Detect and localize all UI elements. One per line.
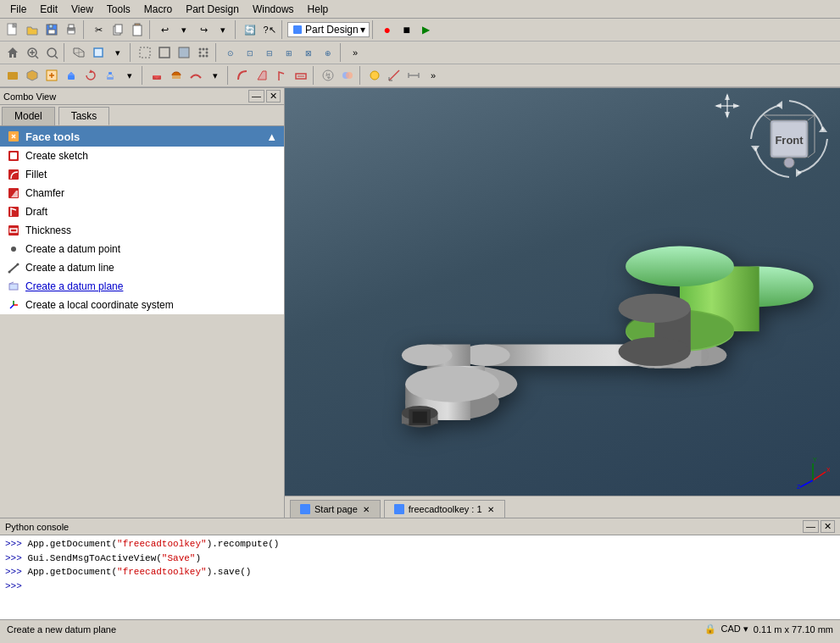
svg-point-113 <box>619 337 691 366</box>
tb-cut[interactable]: ✂ <box>89 20 108 39</box>
tb-box-select[interactable] <box>136 43 154 62</box>
menu-macro[interactable]: Macro <box>137 2 179 17</box>
workbench-selector[interactable]: Part Design ▾ <box>287 22 370 37</box>
tool-local-coord[interactable]: Create a local coordinate system <box>0 296 284 314</box>
close-freecad-toolkey[interactable]: ✕ <box>486 504 496 514</box>
tb-more2[interactable]: » <box>424 66 442 85</box>
tb-stdviews5[interactable]: ⊠ <box>299 43 318 62</box>
menu-tools[interactable]: Tools <box>100 2 137 17</box>
tb-save-rev[interactable] <box>42 20 61 39</box>
combo-view-header: Combo View — ✕ <box>0 88 284 105</box>
console-minimize[interactable]: — <box>803 520 819 533</box>
tab-start-page[interactable]: Start page ✕ <box>290 500 381 518</box>
menu-edit[interactable]: Edit <box>33 2 64 17</box>
tool-thickness[interactable]: Thickness <box>0 221 284 240</box>
menu-help[interactable]: Help <box>301 2 336 17</box>
tb-view-wire[interactable] <box>155 43 174 62</box>
tb-sketch[interactable] <box>42 66 61 85</box>
tb-body[interactable] <box>3 66 22 85</box>
console-close[interactable]: ✕ <box>821 520 835 533</box>
tb-appearance[interactable] <box>365 66 384 85</box>
close-start-page[interactable]: ✕ <box>361 504 371 514</box>
tb-redo-drop[interactable]: ▾ <box>214 20 232 39</box>
tool-draft[interactable]: Draft <box>0 202 284 221</box>
tb-help-cursor[interactable]: ?↖ <box>260 20 279 39</box>
viewport[interactable]: Front X Y <box>285 88 840 518</box>
tb-refresh[interactable]: 🔄 <box>241 20 259 39</box>
tb-draft-tool[interactable] <box>272 66 291 85</box>
tab-freecad-toolkey[interactable]: freecadtoolkey : 1 ✕ <box>384 500 505 518</box>
tb-zoom-fit[interactable] <box>23 43 42 62</box>
console-line-1: >>> App.getDocument("freecadtoolkey").re… <box>5 537 835 552</box>
tb-revolve[interactable] <box>81 66 100 85</box>
tb-axometric[interactable] <box>70 43 88 62</box>
tb-view-drop2[interactable]: ▾ <box>108 43 127 62</box>
svg-text:X: X <box>826 467 830 473</box>
tb-view-drop[interactable] <box>42 43 61 62</box>
tab-tasks[interactable]: Tasks <box>58 107 110 125</box>
tool-create-sketch[interactable]: Create sketch <box>0 147 284 165</box>
tool-chamfer[interactable]: Chamfer <box>0 184 284 202</box>
tb-macro-stop[interactable]: ■ <box>398 20 416 39</box>
tool-datum-point[interactable]: Create a datum point <box>0 240 284 258</box>
tb-paste[interactable] <box>128 20 147 39</box>
tb-loft[interactable] <box>101 66 120 85</box>
tb-view-front[interactable] <box>89 43 108 62</box>
tb-part[interactable] <box>23 66 42 85</box>
tb-undo-drop[interactable]: ▾ <box>175 20 193 39</box>
menu-file[interactable]: File <box>3 2 33 17</box>
face-tools-collapse[interactable]: ▲ <box>266 130 277 143</box>
tb-macro-run[interactable]: ▶ <box>417 20 436 39</box>
tb-more[interactable]: » <box>346 43 364 62</box>
tb-measure-line[interactable] <box>404 66 423 85</box>
tb-stdviews1[interactable]: ⊙ <box>221 43 240 62</box>
tab-model[interactable]: Model <box>2 107 55 125</box>
tb-stdviews2[interactable]: ⊡ <box>241 43 259 62</box>
tb-migrate[interactable]: ↯ <box>319 66 337 85</box>
tool-datum-line[interactable]: Create a datum line <box>0 258 284 277</box>
tb-chamfer[interactable] <box>253 66 271 85</box>
svg-line-60 <box>389 70 399 80</box>
menu-view[interactable]: View <box>64 2 100 17</box>
tb-stdviews4[interactable]: ⊞ <box>280 43 298 62</box>
console-body[interactable]: >>> App.getDocument("freecadtoolkey").re… <box>0 535 840 619</box>
tb-undo[interactable]: ↩ <box>155 20 174 39</box>
console-line-4: >>> <box>5 579 835 594</box>
tb-thickness-tool[interactable] <box>292 66 310 85</box>
tool-fillet[interactable]: Fillet <box>0 165 284 184</box>
tb-stdviews6[interactable]: ⊕ <box>319 43 337 62</box>
combo-close-btn[interactable]: ✕ <box>266 90 281 103</box>
tb-measure[interactable] <box>385 66 403 85</box>
tb-view-points[interactable] <box>194 43 213 62</box>
tb-drop1[interactable]: ▾ <box>120 66 139 85</box>
tb-redo[interactable]: ↪ <box>194 20 213 39</box>
menu-windows[interactable]: Windows <box>246 2 301 17</box>
svg-rect-100 <box>413 412 427 424</box>
tb-boolean[interactable] <box>338 66 357 85</box>
sep3 <box>235 20 238 39</box>
tool-datum-plane[interactable]: Create a datum plane <box>0 277 284 296</box>
combo-minimize-btn[interactable]: — <box>248 90 264 103</box>
tb-subpipe[interactable] <box>186 66 205 85</box>
tb-pocket[interactable] <box>147 66 166 85</box>
tb-view-home[interactable] <box>3 43 22 62</box>
tb-open[interactable] <box>23 20 42 39</box>
sep4 <box>281 20 285 39</box>
datum-line-icon <box>7 261 20 274</box>
tb-extrude[interactable] <box>62 66 81 85</box>
nav-cube[interactable]: Front <box>747 97 832 181</box>
tb-drop2[interactable]: ▾ <box>206 66 225 85</box>
svg-line-133 <box>813 472 826 480</box>
tb-copy[interactable] <box>108 20 127 39</box>
svg-rect-70 <box>10 152 17 159</box>
tb-print[interactable] <box>62 20 81 39</box>
menu-part-design[interactable]: Part Design <box>179 2 246 17</box>
tb-stdviews3[interactable]: ⊟ <box>260 43 279 62</box>
tb-fillet[interactable] <box>233 66 252 85</box>
tb-view-flat[interactable] <box>175 43 193 62</box>
tb-new[interactable] <box>3 20 22 39</box>
tb-macro-record[interactable]: ● <box>378 20 397 39</box>
tb-groove[interactable] <box>167 66 186 85</box>
svg-point-34 <box>206 55 209 58</box>
thickness-icon <box>7 224 20 237</box>
